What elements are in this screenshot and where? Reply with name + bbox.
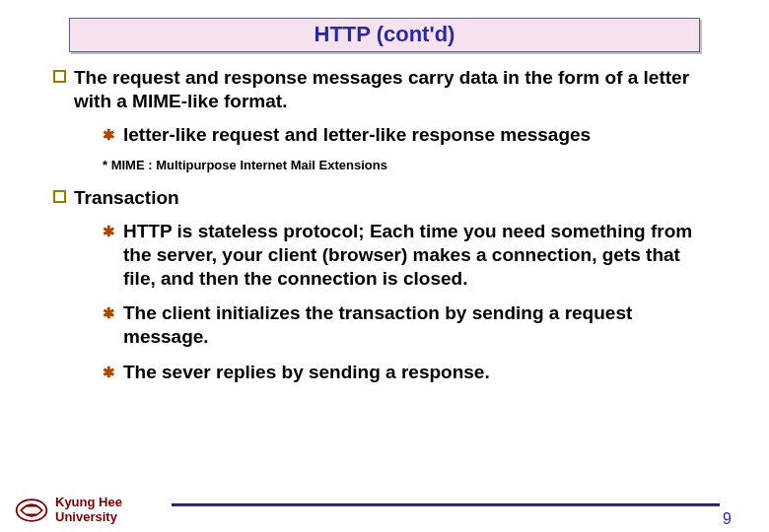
bullet-item: Transaction	[53, 186, 708, 210]
sub-bullet-text: The sever replies by sending a response.	[123, 361, 708, 384]
bullet-text: Transaction	[74, 186, 708, 210]
sub-bullet-text: letter-like request and letter-like resp…	[123, 123, 708, 147]
square-bullet-icon	[53, 190, 66, 203]
sub-bullet-text: HTTP is stateless protocol; Each time yo…	[123, 220, 708, 290]
footer-rule	[172, 503, 720, 506]
page-number: 9	[723, 510, 732, 528]
star-bullet-icon: ✱	[103, 304, 115, 323]
sub-list: ✱ HTTP is stateless protocol; Each time …	[53, 220, 708, 384]
slide: HTTP (cont'd) The request and response m…	[0, 0, 769, 532]
sub-bullet-item: ✱ HTTP is stateless protocol; Each time …	[103, 220, 708, 290]
star-bullet-icon: ✱	[103, 364, 115, 382]
sub-bullet-item: ✱ The sever replies by sending a respons…	[103, 361, 708, 384]
brand-line1: Kyung Hee	[55, 496, 122, 509]
sub-bullet-item: ✱ The client initializes the transaction…	[103, 301, 708, 349]
sub-bullet-text: The client initializes the transaction b…	[123, 301, 708, 349]
university-logo-icon	[14, 497, 49, 524]
content-area: The request and response messages carry …	[18, 66, 751, 384]
title-box: HTTP (cont'd)	[69, 18, 700, 52]
footnote: * MIME : Multipurpose Internet Mail Exte…	[53, 158, 708, 172]
brand: Kyung Hee University	[14, 496, 122, 524]
brand-text: Kyung Hee University	[55, 496, 122, 524]
sub-list: ✱ letter-like request and letter-like re…	[53, 123, 708, 147]
brand-line2: University	[55, 510, 122, 524]
sub-bullet-item: ✱ letter-like request and letter-like re…	[103, 123, 708, 147]
star-bullet-icon: ✱	[103, 126, 115, 145]
star-bullet-icon: ✱	[103, 223, 115, 241]
square-bullet-icon	[53, 70, 66, 83]
bullet-text: The request and response messages carry …	[74, 66, 708, 113]
bullet-item: The request and response messages carry …	[53, 66, 708, 113]
footer: Kyung Hee University 9	[14, 481, 749, 524]
slide-title: HTTP (cont'd)	[315, 22, 455, 46]
